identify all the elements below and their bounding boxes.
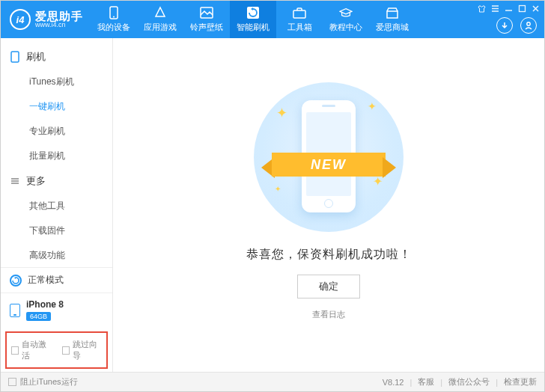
checkbox-icon [8, 378, 16, 386]
separator: | [496, 378, 498, 387]
brand-name: 爱思助手 [35, 10, 83, 22]
skin-icon[interactable] [477, 4, 486, 13]
sidebar-item-other-tools[interactable]: 其他工具 [1, 194, 112, 218]
sidebar-item-advanced[interactable]: 高级功能 [1, 243, 112, 267]
device-capacity: 64GB [26, 312, 51, 321]
toolbox-icon [293, 6, 306, 19]
sidebar: 刷机 iTunes刷机 一键刷机 专业刷机 批量刷机 更多 其他工具 下载固件 … [1, 38, 113, 372]
phone-icon [10, 52, 20, 62]
nav-my-device[interactable]: 我的设备 [91, 1, 137, 38]
sparkle-icon: ✦ [276, 105, 287, 121]
checkbox-label: 跳过向导 [73, 339, 102, 361]
apps-icon [153, 6, 167, 19]
view-log-link[interactable]: 查看日志 [312, 309, 345, 320]
nav-toolbox[interactable]: 工具箱 [276, 1, 323, 38]
nav-label: 智能刷机 [237, 22, 270, 33]
separator: | [440, 378, 442, 387]
sparkle-icon: ✦ [368, 100, 377, 112]
sidebar-check-options: 自动激活 跳过向导 [5, 331, 108, 369]
maximize-icon[interactable] [517, 4, 526, 13]
checkbox-skip-guide[interactable]: 跳过向导 [62, 339, 103, 361]
footer-link-support[interactable]: 客服 [418, 376, 434, 388]
sidebar-item-batch-flash[interactable]: 批量刷机 [1, 144, 112, 168]
sidebar-item-pro-flash[interactable]: 专业刷机 [1, 119, 112, 144]
svg-rect-8 [11, 52, 19, 62]
status-icon [10, 275, 22, 287]
sidebar-status[interactable]: 正常模式 [1, 267, 112, 293]
ok-button[interactable]: 确定 [297, 275, 360, 298]
sidebar-item-itunes-flash[interactable]: iTunes刷机 [1, 70, 112, 94]
svg-rect-4 [293, 10, 305, 18]
svg-rect-6 [519, 5, 525, 11]
graduation-icon [339, 6, 353, 19]
sidebar-device[interactable]: iPhone 8 64GB [1, 293, 112, 327]
main-panel: ✦ ✦ ✦ ✦ NEW 恭喜您，保资料刷机成功啦！ 确定 查看日志 [113, 38, 544, 372]
nav-store[interactable]: 爱思商城 [369, 1, 415, 38]
device-info: iPhone 8 64GB [26, 299, 64, 321]
device-icon [10, 304, 20, 317]
window-controls [477, 4, 540, 13]
sidebar-item-oneclick-flash[interactable]: 一键刷机 [1, 94, 112, 119]
menu-icon[interactable] [490, 4, 499, 13]
group-title: 更多 [26, 174, 46, 188]
checkbox-auto-activate[interactable]: 自动激活 [11, 339, 52, 361]
success-illustration: ✦ ✦ ✦ ✦ NEW [254, 82, 404, 232]
body: 刷机 iTunes刷机 一键刷机 专业刷机 批量刷机 更多 其他工具 下载固件 … [1, 38, 544, 372]
footer-link-update[interactable]: 检查更新 [504, 376, 537, 388]
refresh-icon [246, 6, 260, 19]
nav-label: 铃声壁纸 [190, 22, 223, 33]
version-label: V8.12 [383, 378, 404, 387]
header-actions [496, 17, 537, 34]
svg-rect-5 [387, 11, 398, 18]
sidebar-scroll: 刷机 iTunes刷机 一键刷机 专业刷机 批量刷机 更多 其他工具 下载固件 … [1, 38, 112, 267]
device-name: iPhone 8 [26, 299, 64, 310]
nav-flash[interactable]: 智能刷机 [230, 1, 276, 38]
user-button[interactable] [520, 17, 537, 34]
nav-label: 教程中心 [329, 22, 362, 33]
more-icon [10, 176, 20, 186]
brand-logo[interactable]: i4 爱思助手 www.i4.cn [1, 9, 91, 30]
image-icon [200, 6, 213, 19]
svg-point-7 [527, 22, 530, 25]
svg-point-1 [113, 16, 115, 18]
checkbox-block-itunes[interactable]: 阻止iTunes运行 [8, 376, 78, 388]
download-button[interactable] [496, 17, 513, 34]
nav-apps[interactable]: 应用游戏 [137, 1, 183, 38]
header-bar: i4 爱思助手 www.i4.cn 我的设备 应用游戏 铃声壁纸 智能刷机 [1, 1, 544, 38]
nav-tutorials[interactable]: 教程中心 [323, 1, 369, 38]
store-icon [386, 6, 399, 19]
group-title: 刷机 [26, 50, 46, 64]
close-icon[interactable] [531, 4, 540, 13]
checkbox-label: 阻止iTunes运行 [20, 376, 78, 388]
checkbox-icon [62, 346, 70, 355]
sidebar-group-more[interactable]: 更多 [1, 168, 112, 194]
brand-url: www.i4.cn [35, 22, 83, 28]
ribbon-text: NEW [272, 153, 386, 177]
nav-label: 应用游戏 [144, 22, 177, 33]
nav-ringtones[interactable]: 铃声壁纸 [183, 1, 230, 38]
logo-badge: i4 [10, 9, 31, 30]
sidebar-group-flash[interactable]: 刷机 [1, 44, 112, 70]
success-message: 恭喜您，保资料刷机成功啦！ [246, 247, 412, 263]
sparkle-icon: ✦ [275, 185, 281, 193]
checkbox-icon [11, 346, 19, 355]
top-nav: 我的设备 应用游戏 铃声壁纸 智能刷机 工具箱 教程中心 [91, 1, 415, 38]
footer-right: V8.12 | 客服 | 微信公众号 | 检查更新 [383, 376, 537, 388]
minimize-icon[interactable] [504, 4, 513, 13]
new-ribbon: NEW [261, 148, 396, 181]
sidebar-item-download-firmware[interactable]: 下载固件 [1, 218, 112, 243]
app-window: i4 爱思助手 www.i4.cn 我的设备 应用游戏 铃声壁纸 智能刷机 [0, 0, 545, 392]
footer-link-wechat[interactable]: 微信公众号 [448, 376, 490, 388]
nav-label: 爱思商城 [376, 22, 409, 33]
phone-icon [107, 6, 121, 19]
status-label: 正常模式 [28, 274, 64, 287]
nav-label: 工具箱 [287, 22, 312, 33]
logo-text: 爱思助手 www.i4.cn [35, 10, 83, 28]
nav-label: 我的设备 [97, 22, 130, 33]
checkbox-label: 自动激活 [22, 339, 51, 361]
footer-bar: 阻止iTunes运行 V8.12 | 客服 | 微信公众号 | 检查更新 [1, 372, 544, 391]
separator: | [409, 378, 412, 387]
